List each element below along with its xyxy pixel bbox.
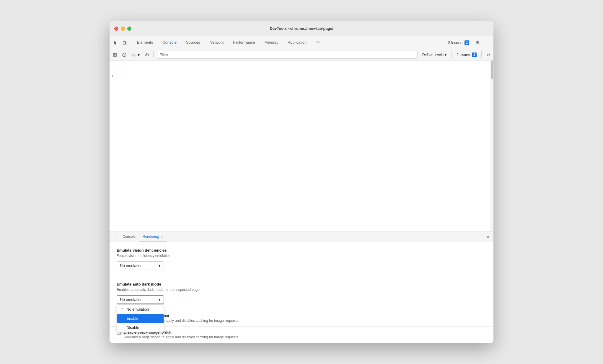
svg-rect-1: [126, 42, 127, 44]
traffic-lights: [114, 27, 131, 31]
levels-selector[interactable]: Default levels ▾: [420, 52, 449, 58]
issues-count-area[interactable]: 2 Issues: 2: [454, 52, 479, 58]
vision-deficiencies-title: Emulate vision deficiencies: [117, 248, 486, 252]
context-selector[interactable]: top ▾: [130, 52, 141, 58]
auto-dark-mode-desc: Enables automatic dark mode for the insp…: [117, 288, 486, 292]
vision-dropdown-chevron-icon: ▾: [159, 263, 161, 268]
devtools-window: DevTools - chrome://new-tab-page/ Elemen…: [110, 21, 493, 343]
tab-sources[interactable]: Sources: [181, 36, 205, 49]
device-toolbar-icon[interactable]: [120, 38, 130, 47]
block-icon[interactable]: [120, 51, 128, 59]
checkmark-icon: ✓: [120, 307, 125, 311]
console-prompt: ›: [110, 72, 490, 79]
rendering-panel: Emulate vision deficiencies Forces visio…: [110, 242, 493, 343]
prompt-chevron-icon: ›: [112, 73, 113, 78]
toolbar-divider-1: [131, 39, 131, 46]
auto-dark-mode-dropdown[interactable]: No emulation ▾: [117, 295, 164, 304]
vision-deficiencies-dropdown[interactable]: No emulation ▾: [117, 261, 164, 270]
customize-icon[interactable]: ⋮: [483, 38, 492, 47]
webp-section: Disable WebP image format Requires a pag…: [110, 327, 493, 343]
levels-divider: [451, 51, 452, 58]
issues-label: 2 Issues:: [448, 40, 463, 45]
title-bar: DevTools - chrome://new-tab-page/: [110, 21, 493, 36]
svg-point-8: [146, 54, 147, 55]
main-toolbar: Elements Console Sources Network Perform…: [110, 36, 493, 49]
drawer-tab-rendering[interactable]: Rendering ×: [139, 232, 167, 242]
toolbar-tabs: Elements Console Sources Network Perform…: [132, 36, 445, 49]
settings-icon[interactable]: ⚙: [473, 38, 482, 47]
eye-icon[interactable]: [143, 51, 151, 59]
tab-elements[interactable]: Elements: [132, 36, 158, 49]
auto-dark-mode-section: Emulate auto dark mode Enables automatic…: [110, 276, 493, 310]
drawer-tab-close-icon[interactable]: ×: [161, 234, 163, 239]
dark-mode-dropdown-chevron-icon: ▾: [159, 297, 161, 302]
minimize-button[interactable]: [121, 27, 125, 31]
main-area: ›: [110, 60, 493, 232]
console-issues-badge: 2: [472, 53, 477, 57]
scrollbar-thumb[interactable]: [491, 61, 493, 79]
dropdown-option-disable[interactable]: Disable: [117, 323, 164, 332]
svg-line-6: [123, 53, 126, 56]
maximize-button[interactable]: [127, 27, 131, 31]
tab-memory[interactable]: Memory: [260, 36, 283, 49]
issues-button[interactable]: 2 Issues: 2: [445, 39, 472, 46]
tab-network[interactable]: Network: [205, 36, 229, 49]
clear-console-icon[interactable]: [111, 51, 119, 59]
auto-dark-mode-title: Emulate auto dark mode: [117, 282, 486, 286]
filter-input[interactable]: [157, 51, 418, 59]
levels-chevron-icon: ▾: [445, 53, 446, 57]
context-label: top: [131, 53, 136, 57]
vision-deficiencies-section: Emulate vision deficiencies Forces visio…: [110, 242, 493, 276]
console-settings-icon[interactable]: ⚙: [484, 51, 492, 59]
issues-badge-icon: 2: [465, 40, 469, 45]
tab-more[interactable]: >>: [311, 36, 325, 49]
drawer-more-icon[interactable]: ⋮: [111, 233, 119, 241]
svg-rect-0: [123, 41, 126, 44]
drawer-close-button[interactable]: ×: [484, 233, 492, 241]
console-output: [110, 60, 490, 72]
tab-performance[interactable]: Performance: [228, 36, 260, 49]
auto-dark-mode-menu: ✓ No emulation Enable Disable: [117, 304, 164, 332]
auto-dark-mode-dropdown-container: No emulation ▾ ✓ No emulation Enable: [117, 295, 486, 304]
avif-section: Disable AVIF image format Requires a pag…: [110, 310, 493, 327]
drawer: ⋮ Console Rendering × × Emulate vision d…: [110, 232, 493, 343]
dropdown-option-no-emulation[interactable]: ✓ No emulation: [117, 305, 164, 314]
window-title: DevTools - chrome://new-tab-page/: [270, 26, 333, 31]
drawer-tabs-bar: ⋮ Console Rendering × ×: [110, 232, 493, 242]
close-button[interactable]: [114, 27, 118, 31]
scrollbar-track[interactable]: [490, 60, 493, 232]
context-chevron-icon: ▾: [138, 53, 140, 57]
console-toolbar: top ▾ Default levels ▾ 2 Issues: 2 ⚙: [110, 49, 493, 60]
cursor-icon[interactable]: [111, 38, 120, 47]
toolbar-right: 2 Issues: 2 ⚙ ⋮: [445, 38, 492, 47]
issues-divider: [481, 51, 482, 58]
dropdown-option-enable[interactable]: Enable: [117, 314, 164, 323]
drawer-tab-console[interactable]: Console: [119, 232, 139, 242]
tab-application[interactable]: Application: [283, 36, 312, 49]
tab-console[interactable]: Console: [158, 36, 181, 49]
vision-deficiencies-desc: Forces vision deficiency emulation: [117, 254, 486, 258]
console-content[interactable]: ›: [110, 60, 490, 232]
filter-divider: [153, 51, 154, 58]
